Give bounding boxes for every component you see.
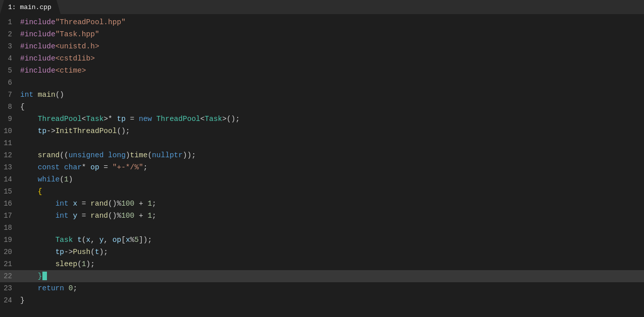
code-line-8: 8 { xyxy=(0,101,644,113)
line-number-5: 5 xyxy=(0,65,16,77)
line-content-10: tp->InitThreadPool(); xyxy=(16,125,130,137)
tab-main-cpp[interactable]: 1: main.cpp xyxy=(0,0,61,14)
tab-label: 1: main.cpp xyxy=(8,4,51,11)
line-content-16: int x = rand()%100 + 1; xyxy=(16,198,156,210)
line-number-10: 10 xyxy=(0,125,16,137)
code-line-1: 1 #include"ThreadPool.hpp" xyxy=(0,16,644,28)
code-container: 1 #include"ThreadPool.hpp" 2 #include"Ta… xyxy=(0,14,644,317)
line-content-1: #include"ThreadPool.hpp" xyxy=(16,16,126,28)
code-line-3: 3 #include<unistd.h> xyxy=(0,40,644,52)
line-content-20: tp->Push(t); xyxy=(16,246,108,258)
line-content-19: Task t(x, y, op[x%5]); xyxy=(16,234,152,246)
line-content-4: #include<cstdlib> xyxy=(16,52,95,65)
code-line-20: 20 tp->Push(t); xyxy=(0,246,644,258)
line-number-9: 9 xyxy=(0,113,16,125)
code-line-22: 22 } xyxy=(0,270,644,282)
code-line-12: 12 srand((unsigned long)time(nullptr)); xyxy=(0,149,644,161)
code-line-24: 24 } xyxy=(0,294,644,306)
line-number-6: 6 xyxy=(0,77,16,89)
line-number-20: 20 xyxy=(0,246,16,258)
line-number-13: 13 xyxy=(0,161,16,173)
line-content-22: } xyxy=(16,270,47,282)
line-number-1: 1 xyxy=(0,16,16,28)
line-number-3: 3 xyxy=(0,40,16,52)
line-number-11: 11 xyxy=(0,137,16,149)
line-number-23: 23 xyxy=(0,282,16,294)
line-content-15: { xyxy=(16,185,42,198)
code-line-16: 16 int x = rand()%100 + 1; xyxy=(0,198,644,210)
line-content-7: int main() xyxy=(16,89,64,101)
code-line-10: 10 tp->InitThreadPool(); xyxy=(0,125,644,137)
code-line-15: 15 { xyxy=(0,185,644,198)
line-number-18: 18 xyxy=(0,222,16,234)
code-line-9: 9 ThreadPool<Task>* tp = new ThreadPool<… xyxy=(0,113,644,125)
line-content-3: #include<unistd.h> xyxy=(16,40,99,52)
line-content-13: const char* op = "+-*/%"; xyxy=(16,161,147,173)
line-content-17: int y = rand()%100 + 1; xyxy=(16,210,156,222)
line-number-7: 7 xyxy=(0,89,16,101)
code-line-6: 6 xyxy=(0,77,644,89)
line-number-17: 17 xyxy=(0,210,16,222)
code-line-17: 17 int y = rand()%100 + 1; xyxy=(0,210,644,222)
code-line-18: 18 xyxy=(0,222,644,234)
text-cursor xyxy=(42,272,47,280)
code-line-2: 2 #include"Task.hpp" xyxy=(0,28,644,40)
line-number-8: 8 xyxy=(0,101,16,113)
line-number-15: 15 xyxy=(0,185,16,198)
code-line-11: 11 xyxy=(0,137,644,149)
line-content-8: { xyxy=(16,101,25,113)
code-line-13: 13 const char* op = "+-*/%"; xyxy=(0,161,644,173)
line-number-4: 4 xyxy=(0,52,16,65)
line-content-24: } xyxy=(16,294,25,306)
line-number-2: 2 xyxy=(0,28,16,40)
line-content-12: srand((unsigned long)time(nullptr)); xyxy=(16,149,196,161)
line-number-19: 19 xyxy=(0,234,16,246)
tab-bar: 1: main.cpp xyxy=(0,0,644,14)
line-content-2: #include"Task.hpp" xyxy=(16,28,99,40)
line-content-14: while(1) xyxy=(16,173,73,185)
code-line-5: 5 #include<ctime> xyxy=(0,65,644,77)
line-content-23: return 0; xyxy=(16,282,77,294)
line-content-5: #include<ctime> xyxy=(16,65,86,77)
line-number-24: 24 xyxy=(0,294,16,306)
code-line-7: 7 int main() xyxy=(0,89,644,101)
line-content-9: ThreadPool<Task>* tp = new ThreadPool<Ta… xyxy=(16,113,240,125)
code-line-23: 23 return 0; xyxy=(0,282,644,294)
line-content-21: sleep(1); xyxy=(16,258,95,270)
code-line-4: 4 #include<cstdlib> xyxy=(0,52,644,65)
line-number-12: 12 xyxy=(0,149,16,161)
code-line-14: 14 while(1) xyxy=(0,173,644,185)
line-number-14: 14 xyxy=(0,173,16,185)
code-line-21: 21 sleep(1); xyxy=(0,258,644,270)
line-number-22: 22 xyxy=(0,270,16,282)
code-line-19: 19 Task t(x, y, op[x%5]); xyxy=(0,234,644,246)
line-number-16: 16 xyxy=(0,198,16,210)
line-number-21: 21 xyxy=(0,258,16,270)
